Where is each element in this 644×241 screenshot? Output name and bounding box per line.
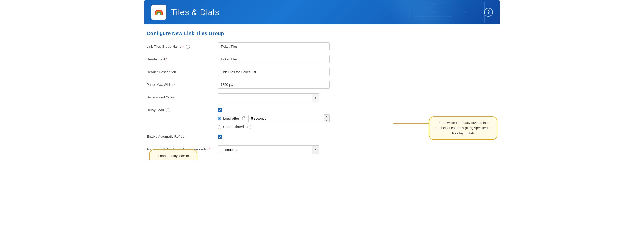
refresh-select-wrapper: ▼	[218, 145, 319, 154]
group-name-row: Link Tiles Group Name * i	[147, 42, 497, 52]
header-left: Tiles & Dials	[151, 5, 219, 20]
page-subtitle: Configure New Link Tiles Group	[144, 31, 500, 36]
user-initiated-radio[interactable]	[218, 125, 221, 129]
group-name-label: Link Tiles Group Name * i	[147, 42, 218, 49]
required-star-2: *	[166, 57, 167, 61]
svg-point-12	[409, 10, 410, 10]
refresh-interval-input[interactable]	[218, 145, 312, 154]
load-after-row: Load after i ▲ ▼	[218, 114, 330, 122]
refresh-dropdown-button[interactable]: ▼	[312, 145, 319, 154]
enable-refresh-checkbox-wrapper	[218, 133, 330, 139]
background-color-row: Background Color ▼	[147, 93, 497, 103]
panel-width-tooltip: Panel width is equally divided into numb…	[429, 116, 497, 140]
delay-load-checkbox-wrapper	[218, 106, 330, 112]
required-star: *	[182, 45, 184, 48]
background-color-input[interactable]	[218, 93, 312, 102]
header-text-input[interactable]	[218, 55, 330, 63]
spinner-down-icon[interactable]: ▼	[324, 118, 329, 122]
background-color-field: ▼	[218, 93, 330, 102]
group-name-input[interactable]	[218, 42, 330, 50]
refresh-interval-row: Automatic Refreshing Interval (seconds) …	[147, 145, 497, 154]
svg-marker-8	[465, 12, 467, 13]
panel-max-width-input[interactable]	[218, 81, 330, 89]
group-name-field	[218, 42, 330, 50]
dropdown-arrow-icon: ▼	[314, 96, 317, 99]
color-dropdown-button[interactable]: ▼	[312, 93, 319, 102]
header-desc-row: Header Description	[147, 68, 497, 77]
header-text-field	[218, 55, 330, 63]
color-picker-wrapper: ▼	[218, 93, 330, 102]
delay-load-tooltip: Enable delay load to improve page load t…	[149, 149, 197, 160]
header-text-label: Header Text *	[147, 55, 218, 61]
spinner-control[interactable]: ▲ ▼	[324, 114, 330, 122]
svg-point-3	[433, 4, 435, 5]
user-initiated-row: User initiated i	[218, 125, 330, 129]
required-star-4: *	[209, 147, 210, 151]
panel-width-arrow	[393, 123, 429, 124]
refresh-dropdown-arrow-icon: ▼	[315, 148, 317, 151]
header-desc-input[interactable]	[218, 68, 330, 76]
load-options: Load after i ▲ ▼	[218, 114, 330, 129]
delay-load-info-icon[interactable]: i	[166, 108, 170, 112]
svg-point-4	[433, 12, 435, 13]
group-name-info-icon[interactable]: i	[186, 45, 190, 49]
header-title: Tiles & Dials	[171, 8, 219, 17]
delay-load-checkbox[interactable]	[218, 108, 222, 112]
svg-point-7	[450, 16, 451, 17]
refresh-interval-field: ▼	[218, 145, 330, 154]
load-after-info-icon[interactable]: i	[242, 116, 246, 120]
svg-marker-9	[450, 8, 451, 9]
load-after-radio[interactable]	[218, 117, 221, 120]
enable-refresh-checkbox[interactable]	[218, 135, 222, 139]
help-button[interactable]: ?	[484, 8, 493, 17]
header-desc-label: Header Description	[147, 68, 218, 74]
seconds-input[interactable]	[248, 115, 324, 122]
header-banner: Tiles & Dials ?	[144, 0, 500, 24]
panel-max-width-row: Panel Max Width *	[147, 81, 497, 90]
enable-refresh-field	[218, 133, 330, 139]
section-separator	[144, 160, 500, 160]
header-desc-field	[218, 68, 330, 76]
delay-load-field: Load after i ▲ ▼	[218, 106, 330, 129]
spinner-up-icon[interactable]: ▲	[324, 115, 329, 118]
enable-refresh-label: Enable Automatic Refresh	[147, 133, 218, 138]
delay-load-label: Delay Load i	[147, 106, 218, 112]
form-section: Link Tiles Group Name * i Header Text *	[144, 42, 500, 154]
panel-max-width-field	[218, 81, 330, 89]
user-initiated-info-icon[interactable]: i	[247, 125, 251, 129]
header-text-row: Header Text *	[147, 55, 497, 64]
background-color-label: Background Color	[147, 93, 218, 99]
user-initiated-label: User initiated	[223, 125, 244, 129]
load-after-label: Load after	[223, 116, 239, 120]
seconds-input-wrapper: ▲ ▼	[248, 114, 330, 122]
required-star-3: *	[174, 83, 175, 87]
app-icon	[151, 5, 166, 20]
panel-max-width-label: Panel Max Width *	[147, 81, 218, 87]
